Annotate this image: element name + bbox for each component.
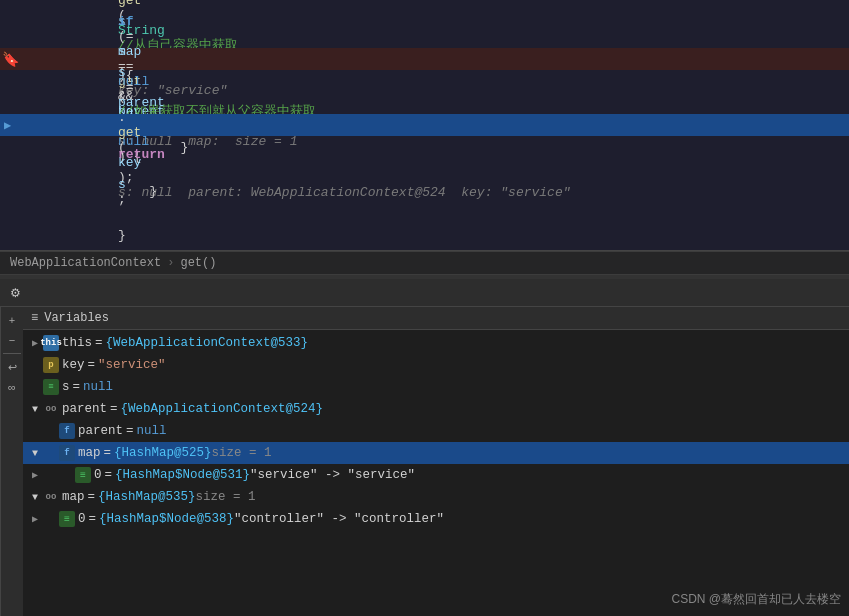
- expand-arrow-map[interactable]: ▼: [27, 489, 43, 505]
- icon-parent: oo: [43, 401, 59, 417]
- variables-list[interactable]: ▶ this this = {WebApplicationContext@533…: [23, 330, 849, 616]
- var-label-parent-parent: parent: [78, 424, 123, 438]
- var-row-this[interactable]: ▶ this this = {WebApplicationContext@533…: [23, 332, 849, 354]
- var-row-parent-map[interactable]: ▼ f map = {HashMap@525} size = 1: [23, 442, 849, 464]
- var-val-key: "service": [98, 358, 166, 372]
- var-val-parent: {WebApplicationContext@524}: [121, 402, 324, 416]
- var-val-parent-map-0: {HashMap$Node@531}: [115, 468, 250, 482]
- current-line-arrow: ▶: [4, 118, 11, 133]
- var-row-key[interactable]: ▶ p key = "service": [23, 354, 849, 376]
- panel-header: ≡ Variables: [23, 307, 849, 330]
- var-label-parent-map-0: 0: [94, 468, 102, 482]
- breadcrumb-item-1[interactable]: WebApplicationContext: [10, 256, 161, 270]
- icon-parent-map: f: [59, 445, 75, 461]
- var-val-parent-map: {HashMap@525}: [114, 446, 212, 460]
- code-editor-section: public String get ( String key ){ key: "…: [0, 0, 849, 275]
- expand-arrow-parent-parent: ▶: [27, 423, 43, 439]
- var-label-parent: parent: [62, 402, 107, 416]
- expand-arrow-s: ▶: [27, 379, 43, 395]
- var-extra-parent-map: size = 1: [212, 446, 272, 460]
- var-label-s: s: [62, 380, 70, 394]
- var-row-map[interactable]: ▼ oo map = {HashMap@535} size = 1: [23, 486, 849, 508]
- code-lines: public String get ( String key ){ key: "…: [0, 0, 849, 250]
- var-row-map-0[interactable]: ▶ ≡ 0 = {HashMap$Node@538} "controller" …: [23, 508, 849, 530]
- var-val-this: {WebApplicationContext@533}: [106, 336, 309, 350]
- expand-arrow-parent-map-0[interactable]: ▶: [27, 467, 43, 483]
- var-label-map: map: [62, 490, 85, 504]
- var-row-parent-parent[interactable]: ▶ f parent = null: [23, 420, 849, 442]
- variables-icon: ≡: [31, 311, 38, 325]
- expand-arrow-parent[interactable]: ▼: [27, 401, 43, 417]
- breadcrumb-separator: ›: [167, 256, 174, 270]
- code-line-9: }: [0, 180, 849, 202]
- var-extra-map: size = 1: [196, 490, 256, 504]
- debug-toolbar: ⚙: [0, 279, 849, 307]
- var-row-parent-map-0[interactable]: ▶ ≡ 0 = {HashMap$Node@531} "service" -> …: [23, 464, 849, 486]
- icon-key: p: [43, 357, 59, 373]
- code-editor: public String get ( String key ){ key: "…: [0, 0, 849, 251]
- icon-parent-parent: f: [59, 423, 75, 439]
- icon-map: oo: [43, 489, 59, 505]
- expand-arrow-map-0[interactable]: ▶: [27, 511, 43, 527]
- breadcrumb-item-2[interactable]: get(): [180, 256, 216, 270]
- line-content-11: }: [36, 213, 849, 258]
- var-row-s[interactable]: ▶ ≡ s = null: [23, 376, 849, 398]
- bookmark-icon: 🔖: [2, 51, 19, 68]
- debug-panel-section: ⚙ + − ↩ ∞ ≡ Variables ▶ this this: [0, 279, 849, 616]
- var-label-parent-map: map: [78, 446, 101, 460]
- side-btn-remove[interactable]: −: [3, 331, 21, 349]
- side-btn-return[interactable]: ↩: [3, 358, 21, 376]
- panel-title: Variables: [44, 311, 109, 325]
- var-val-map: {HashMap@535}: [98, 490, 196, 504]
- var-val-s: null: [83, 380, 113, 394]
- side-buttons: + − ↩ ∞: [0, 307, 23, 616]
- icon-parent-map-0: ≡: [75, 467, 91, 483]
- toolbar-btn-settings[interactable]: ⚙: [4, 282, 26, 304]
- var-row-parent[interactable]: ▼ oo parent = {WebApplicationContext@524…: [23, 398, 849, 420]
- variables-content: ≡ Variables ▶ this this = {WebApplicatio…: [23, 307, 849, 616]
- code-line-11: }: [0, 224, 849, 246]
- expand-arrow-key: ▶: [27, 357, 43, 373]
- var-val-map-0: {HashMap$Node@538}: [99, 512, 234, 526]
- icon-s: ≡: [43, 379, 59, 395]
- panel-with-side: + − ↩ ∞ ≡ Variables ▶ this this = {WebA: [0, 307, 849, 616]
- expand-arrow-parent-map[interactable]: ▼: [27, 445, 43, 461]
- side-divider: [3, 353, 21, 354]
- var-label-map-0: 0: [78, 512, 86, 526]
- icon-map-0: ≡: [59, 511, 75, 527]
- var-extra-parent-map-0: "service" -> "service": [250, 468, 415, 482]
- var-val-parent-parent: null: [137, 424, 167, 438]
- var-label-this: this: [62, 336, 92, 350]
- icon-this: this: [43, 335, 59, 351]
- side-btn-add[interactable]: +: [3, 311, 21, 329]
- side-btn-loop[interactable]: ∞: [3, 378, 21, 396]
- var-extra-map-0: "controller" -> "controller": [234, 512, 444, 526]
- var-label-key: key: [62, 358, 85, 372]
